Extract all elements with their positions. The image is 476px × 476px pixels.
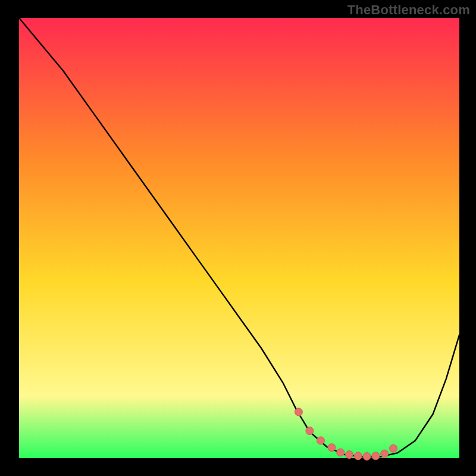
highlight-marker <box>354 452 362 460</box>
highlight-marker <box>328 444 336 452</box>
highlight-marker <box>306 427 314 435</box>
highlight-marker <box>381 450 389 458</box>
chart-stage: TheBottleneck.com <box>0 0 476 476</box>
highlight-marker <box>346 451 353 459</box>
highlight-marker <box>390 444 397 452</box>
gradient-background <box>19 18 459 458</box>
highlight-marker <box>363 453 371 461</box>
highlight-marker <box>295 408 302 416</box>
chart-svg <box>0 0 476 476</box>
highlight-marker <box>372 452 380 460</box>
highlight-marker <box>317 437 324 444</box>
highlight-marker <box>337 449 345 456</box>
